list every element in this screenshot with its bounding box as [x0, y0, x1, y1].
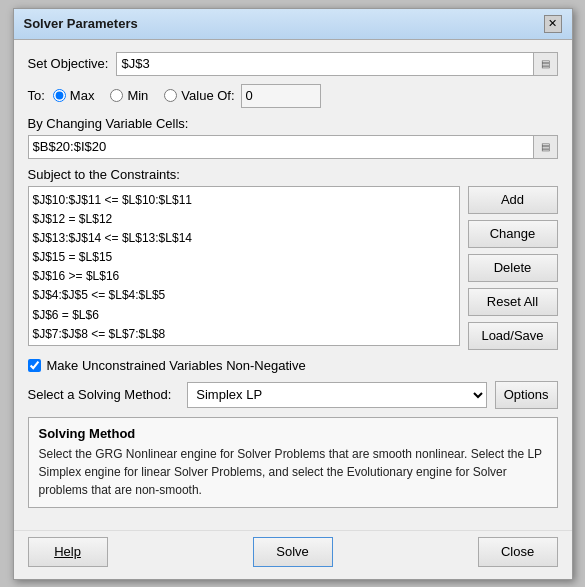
radio-min-label: Min: [127, 88, 148, 103]
constraint-item[interactable]: $J$9 = $L$9: [33, 344, 455, 346]
changing-cells-input[interactable]: [28, 135, 534, 159]
constraint-item[interactable]: $J$16 >= $L$16: [33, 267, 455, 286]
changing-cells-input-group: ▤: [28, 135, 558, 159]
constraints-buttons: Add Change Delete Reset All Load/Save: [468, 186, 558, 350]
constraints-area: $J$10:$J$11 <= $L$10:$L$11$J$12 = $L$12$…: [28, 186, 558, 350]
radio-max-label: Max: [70, 88, 95, 103]
changing-cells-section: By Changing Variable Cells: ▤: [28, 116, 558, 159]
changing-cells-label: By Changing Variable Cells:: [28, 116, 189, 131]
changing-cells-collapse-btn[interactable]: ▤: [534, 135, 558, 159]
to-label: To:: [28, 88, 45, 103]
objective-row: Set Objective: ▤: [28, 52, 558, 76]
constraint-item[interactable]: $J$13:$J$14 <= $L$13:$L$14: [33, 229, 455, 248]
solving-box-text: Select the GRG Nonlinear engine for Solv…: [39, 445, 547, 499]
bottom-buttons: Help Solve Close: [14, 530, 572, 579]
constraints-label: Subject to the Constraints:: [28, 167, 180, 182]
radio-min-input[interactable]: [110, 89, 123, 102]
constraint-item[interactable]: $J$4:$J$5 <= $L$4:$L$5: [33, 286, 455, 305]
options-button[interactable]: Options: [495, 381, 558, 409]
radio-min[interactable]: Min: [110, 88, 148, 103]
constraint-item[interactable]: $J$10:$J$11 <= $L$10:$L$11: [33, 191, 455, 210]
add-button[interactable]: Add: [468, 186, 558, 214]
changing-cells-collapse-icon: ▤: [541, 141, 550, 152]
collapse-icon: ▤: [541, 58, 550, 69]
solving-method-row: Select a Solving Method: Simplex LPGRG N…: [28, 381, 558, 409]
objective-label: Set Objective:: [28, 56, 109, 71]
constraint-item[interactable]: $J$15 = $L$15: [33, 248, 455, 267]
radio-group: Max Min Value Of:: [53, 84, 558, 108]
dialog-content: Set Objective: ▤ To: Max Min: [14, 40, 572, 530]
close-icon[interactable]: ✕: [544, 15, 562, 33]
help-button[interactable]: Help: [28, 537, 108, 567]
nonneg-checkbox[interactable]: [28, 359, 41, 372]
constraint-item[interactable]: $J$12 = $L$12: [33, 210, 455, 229]
solve-button[interactable]: Solve: [253, 537, 333, 567]
to-row: To: Max Min Value Of:: [28, 84, 558, 108]
solving-method-select[interactable]: Simplex LPGRG NonlinearEvolutionary: [187, 382, 486, 408]
dialog-title: Solver Parameters: [24, 16, 138, 31]
constraint-item[interactable]: $J$6 = $L$6: [33, 306, 455, 325]
load-save-button[interactable]: Load/Save: [468, 322, 558, 350]
radio-valueof-label: Value Of:: [181, 88, 234, 103]
constraints-section-label: Subject to the Constraints:: [28, 167, 558, 182]
objective-collapse-btn[interactable]: ▤: [534, 52, 558, 76]
objective-input-group: ▤: [116, 52, 557, 76]
solving-method-label: Select a Solving Method:: [28, 387, 172, 402]
value-of-section: Value Of:: [164, 84, 320, 108]
help-label: Help: [54, 544, 81, 559]
title-bar: Solver Parameters ✕: [14, 9, 572, 40]
radio-max-input[interactable]: [53, 89, 66, 102]
solving-box-title: Solving Method: [39, 426, 547, 441]
checkbox-label: Make Unconstrained Variables Non-Negativ…: [47, 358, 306, 373]
objective-input[interactable]: [116, 52, 533, 76]
reset-all-button[interactable]: Reset All: [468, 288, 558, 316]
radio-valueof[interactable]: Value Of:: [164, 88, 234, 103]
radio-max[interactable]: Max: [53, 88, 95, 103]
change-button[interactable]: Change: [468, 220, 558, 248]
value-of-input[interactable]: [241, 84, 321, 108]
solver-dialog: Solver Parameters ✕ Set Objective: ▤ To:…: [13, 8, 573, 580]
solving-method-box: Solving Method Select the GRG Nonlinear …: [28, 417, 558, 508]
close-dialog-button[interactable]: Close: [478, 537, 558, 567]
checkbox-row: Make Unconstrained Variables Non-Negativ…: [28, 358, 558, 373]
delete-button[interactable]: Delete: [468, 254, 558, 282]
constraints-list[interactable]: $J$10:$J$11 <= $L$10:$L$11$J$12 = $L$12$…: [28, 186, 460, 346]
radio-valueof-input[interactable]: [164, 89, 177, 102]
constraint-item[interactable]: $J$7:$J$8 <= $L$7:$L$8: [33, 325, 455, 344]
